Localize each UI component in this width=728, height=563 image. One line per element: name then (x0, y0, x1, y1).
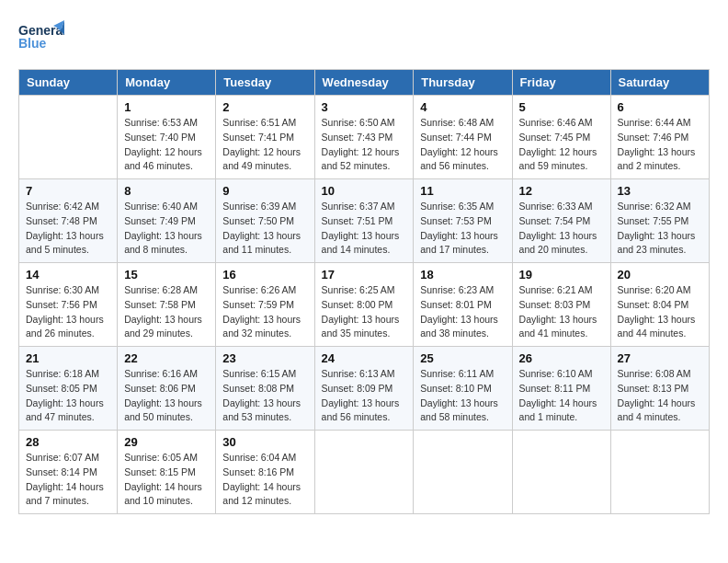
day-number: 26 (519, 351, 604, 365)
calendar-cell: 27Sunrise: 6:08 AMSunset: 8:13 PMDayligh… (610, 347, 709, 431)
day-info: Sunrise: 6:04 AMSunset: 8:16 PMDaylight:… (222, 451, 307, 509)
day-info: Sunrise: 6:21 AMSunset: 8:03 PMDaylight:… (519, 283, 604, 341)
svg-text:Blue: Blue (18, 36, 47, 51)
day-info: Sunrise: 6:18 AMSunset: 8:05 PMDaylight:… (26, 367, 110, 425)
day-number: 17 (322, 268, 407, 282)
calendar-cell: 17Sunrise: 6:25 AMSunset: 8:00 PMDayligh… (314, 263, 414, 347)
day-info: Sunrise: 6:20 AMSunset: 8:04 PMDaylight:… (618, 283, 702, 341)
calendar-cell: 12Sunrise: 6:33 AMSunset: 7:54 PMDayligh… (512, 179, 610, 263)
day-number: 12 (519, 184, 604, 198)
calendar-cell: 21Sunrise: 6:18 AMSunset: 8:05 PMDayligh… (19, 347, 118, 431)
day-number: 27 (618, 351, 702, 365)
day-number: 7 (26, 184, 110, 198)
day-header: Saturday (610, 70, 709, 96)
day-info: Sunrise: 6:25 AMSunset: 8:00 PMDaylight:… (322, 283, 407, 341)
day-number: 19 (519, 268, 604, 282)
day-info: Sunrise: 6:23 AMSunset: 8:01 PMDaylight:… (420, 283, 505, 341)
day-number: 23 (222, 351, 307, 365)
calendar-cell: 16Sunrise: 6:26 AMSunset: 7:59 PMDayligh… (216, 263, 314, 347)
day-info: Sunrise: 6:30 AMSunset: 7:56 PMDaylight:… (26, 283, 110, 341)
day-info: Sunrise: 6:50 AMSunset: 7:43 PMDaylight:… (322, 116, 407, 174)
calendar-cell (512, 431, 610, 514)
day-info: Sunrise: 6:53 AMSunset: 7:40 PMDaylight:… (124, 116, 209, 174)
logo: General Blue (18, 18, 64, 60)
day-info: Sunrise: 6:40 AMSunset: 7:49 PMDaylight:… (124, 200, 209, 258)
day-info: Sunrise: 6:32 AMSunset: 7:55 PMDaylight:… (618, 200, 702, 258)
day-number: 15 (124, 268, 209, 282)
calendar-cell (19, 96, 118, 179)
day-info: Sunrise: 6:42 AMSunset: 7:48 PMDaylight:… (26, 200, 110, 258)
day-info: Sunrise: 6:51 AMSunset: 7:41 PMDaylight:… (222, 116, 307, 174)
calendar-cell: 18Sunrise: 6:23 AMSunset: 8:01 PMDayligh… (414, 263, 512, 347)
calendar-cell (610, 431, 709, 514)
calendar-cell: 14Sunrise: 6:30 AMSunset: 7:56 PMDayligh… (19, 263, 118, 347)
calendar-cell: 10Sunrise: 6:37 AMSunset: 7:51 PMDayligh… (314, 179, 414, 263)
day-header: Friday (512, 70, 610, 96)
day-info: Sunrise: 6:35 AMSunset: 7:53 PMDaylight:… (420, 200, 505, 258)
calendar-cell: 1Sunrise: 6:53 AMSunset: 7:40 PMDaylight… (118, 96, 216, 179)
day-info: Sunrise: 6:26 AMSunset: 7:59 PMDaylight:… (222, 283, 307, 341)
day-number: 2 (222, 100, 307, 114)
day-info: Sunrise: 6:05 AMSunset: 8:15 PMDaylight:… (124, 451, 209, 509)
calendar-cell (414, 431, 512, 514)
page-header: General Blue (18, 18, 710, 60)
calendar-table: SundayMondayTuesdayWednesdayThursdayFrid… (18, 69, 710, 514)
day-info: Sunrise: 6:15 AMSunset: 8:08 PMDaylight:… (222, 367, 307, 425)
day-header: Sunday (19, 70, 118, 96)
day-number: 10 (322, 184, 407, 198)
calendar-cell: 20Sunrise: 6:20 AMSunset: 8:04 PMDayligh… (610, 263, 709, 347)
day-number: 16 (222, 268, 307, 282)
day-info: Sunrise: 6:07 AMSunset: 8:14 PMDaylight:… (26, 451, 110, 509)
calendar-cell (314, 431, 414, 514)
day-header: Thursday (414, 70, 512, 96)
day-info: Sunrise: 6:11 AMSunset: 8:10 PMDaylight:… (420, 367, 505, 425)
day-info: Sunrise: 6:39 AMSunset: 7:50 PMDaylight:… (222, 200, 307, 258)
calendar-cell: 7Sunrise: 6:42 AMSunset: 7:48 PMDaylight… (19, 179, 118, 263)
day-number: 1 (124, 100, 209, 114)
calendar-cell: 6Sunrise: 6:44 AMSunset: 7:46 PMDaylight… (610, 96, 709, 179)
day-number: 20 (618, 268, 702, 282)
day-info: Sunrise: 6:28 AMSunset: 7:58 PMDaylight:… (124, 283, 209, 341)
day-number: 6 (618, 100, 702, 114)
calendar-cell: 8Sunrise: 6:40 AMSunset: 7:49 PMDaylight… (118, 179, 216, 263)
day-info: Sunrise: 6:48 AMSunset: 7:44 PMDaylight:… (420, 116, 505, 174)
day-header: Wednesday (314, 70, 414, 96)
day-number: 28 (26, 435, 110, 449)
day-number: 9 (222, 184, 307, 198)
day-number: 22 (124, 351, 209, 365)
day-number: 8 (124, 184, 209, 198)
day-number: 24 (322, 351, 407, 365)
calendar-cell: 25Sunrise: 6:11 AMSunset: 8:10 PMDayligh… (414, 347, 512, 431)
calendar-cell: 29Sunrise: 6:05 AMSunset: 8:15 PMDayligh… (118, 431, 216, 514)
day-info: Sunrise: 6:16 AMSunset: 8:06 PMDaylight:… (124, 367, 209, 425)
day-info: Sunrise: 6:46 AMSunset: 7:45 PMDaylight:… (519, 116, 604, 174)
calendar-cell: 4Sunrise: 6:48 AMSunset: 7:44 PMDaylight… (414, 96, 512, 179)
calendar-cell: 24Sunrise: 6:13 AMSunset: 8:09 PMDayligh… (314, 347, 414, 431)
calendar-cell: 19Sunrise: 6:21 AMSunset: 8:03 PMDayligh… (512, 263, 610, 347)
day-info: Sunrise: 6:33 AMSunset: 7:54 PMDaylight:… (519, 200, 604, 258)
calendar-cell: 26Sunrise: 6:10 AMSunset: 8:11 PMDayligh… (512, 347, 610, 431)
day-info: Sunrise: 6:13 AMSunset: 8:09 PMDaylight:… (322, 367, 407, 425)
day-number: 5 (519, 100, 604, 114)
day-info: Sunrise: 6:08 AMSunset: 8:13 PMDaylight:… (618, 367, 702, 425)
calendar-cell: 5Sunrise: 6:46 AMSunset: 7:45 PMDaylight… (512, 96, 610, 179)
day-number: 3 (322, 100, 407, 114)
calendar-cell: 30Sunrise: 6:04 AMSunset: 8:16 PMDayligh… (216, 431, 314, 514)
day-info: Sunrise: 6:10 AMSunset: 8:11 PMDaylight:… (519, 367, 604, 425)
calendar-cell: 22Sunrise: 6:16 AMSunset: 8:06 PMDayligh… (118, 347, 216, 431)
day-number: 18 (420, 268, 505, 282)
day-number: 29 (124, 435, 209, 449)
calendar-cell: 15Sunrise: 6:28 AMSunset: 7:58 PMDayligh… (118, 263, 216, 347)
calendar-cell: 11Sunrise: 6:35 AMSunset: 7:53 PMDayligh… (414, 179, 512, 263)
calendar-cell: 28Sunrise: 6:07 AMSunset: 8:14 PMDayligh… (19, 431, 118, 514)
day-number: 25 (420, 351, 505, 365)
day-number: 11 (420, 184, 505, 198)
calendar-cell: 13Sunrise: 6:32 AMSunset: 7:55 PMDayligh… (610, 179, 709, 263)
day-number: 4 (420, 100, 505, 114)
day-number: 30 (222, 435, 307, 449)
day-number: 14 (26, 268, 110, 282)
day-info: Sunrise: 6:37 AMSunset: 7:51 PMDaylight:… (322, 200, 407, 258)
calendar-cell: 2Sunrise: 6:51 AMSunset: 7:41 PMDaylight… (216, 96, 314, 179)
calendar-cell: 9Sunrise: 6:39 AMSunset: 7:50 PMDaylight… (216, 179, 314, 263)
day-number: 21 (26, 351, 110, 365)
